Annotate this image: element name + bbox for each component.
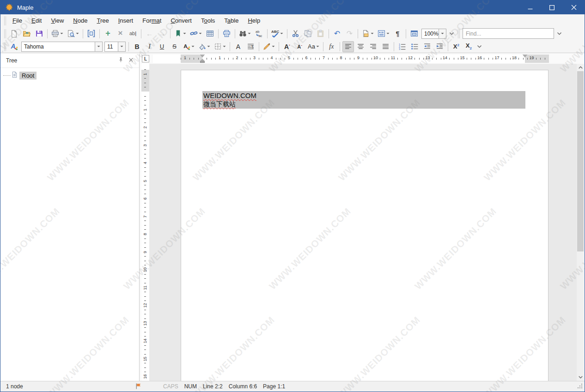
numbered-list-button[interactable]: 123 (396, 41, 408, 52)
replace-button[interactable]: abac (253, 28, 265, 39)
toolbar-separator (47, 29, 48, 38)
format-painter-button[interactable] (262, 41, 276, 52)
selected-text-block[interactable]: WEIDOWN.COM 微当下载站 (202, 91, 525, 109)
highlight-button[interactable] (197, 41, 212, 52)
undo-button[interactable]: ↶ (331, 28, 343, 39)
tree-node-root[interactable]: Root (3, 71, 139, 80)
rename-node-button[interactable]: ab| (127, 28, 139, 39)
vertical-ruler[interactable]: 112345678910111213141516 (141, 64, 149, 381)
tab-stop-selector[interactable]: L (142, 55, 149, 62)
new-from-template-button[interactable] (360, 28, 375, 39)
pin-panel-button[interactable] (118, 57, 124, 64)
add-node-button[interactable]: + (102, 28, 114, 39)
back-button[interactable]: ← (144, 28, 155, 39)
align-left-button[interactable] (342, 41, 354, 52)
menu-convert[interactable]: Convert (166, 15, 196, 26)
delete-node-button[interactable]: × (115, 28, 126, 39)
save-button[interactable] (33, 28, 45, 39)
font-name-combo[interactable]: Tahoma (21, 42, 103, 52)
document-line-1[interactable]: WEIDOWN.COM (203, 92, 524, 100)
shrink-font-button[interactable]: A- (294, 41, 305, 52)
toolbar-separator (287, 29, 287, 38)
change-case-button[interactable]: Aa (306, 41, 321, 52)
font-color-button[interactable]: A (181, 41, 196, 52)
align-right-button[interactable] (367, 41, 379, 52)
open-button[interactable] (21, 28, 32, 39)
menu-edit[interactable]: Edit (27, 15, 46, 26)
new-document-button[interactable] (8, 28, 20, 39)
insert-table-button[interactable] (204, 28, 216, 39)
formatting-marks-button[interactable]: ¶ (392, 28, 403, 39)
close-button[interactable] (563, 0, 585, 14)
menu-view[interactable]: View (46, 15, 68, 26)
quick-print-button[interactable] (221, 28, 232, 39)
import-node-button[interactable] (85, 28, 97, 39)
paste-button[interactable] (315, 28, 326, 39)
borders-button[interactable] (213, 41, 227, 52)
menu-tree[interactable]: Tree (92, 15, 113, 26)
maximize-button[interactable] (541, 0, 563, 14)
insert-formula-button[interactable]: fx (326, 41, 337, 52)
bookmark-button[interactable] (173, 28, 188, 39)
find-input[interactable] (463, 28, 554, 39)
align-justify-button[interactable] (380, 41, 391, 52)
toolbar-overflow-chevron[interactable] (449, 32, 454, 36)
menu-help[interactable]: Help (243, 15, 265, 26)
toolbar-separator (279, 42, 279, 51)
decrease-indent-button[interactable] (421, 41, 433, 52)
minimize-button[interactable] (519, 0, 541, 14)
format-overflow-chevron[interactable] (477, 45, 482, 49)
superscript-button[interactable]: X2 (451, 41, 462, 52)
find-options-chevron[interactable] (557, 32, 562, 36)
first-line-indent-marker[interactable] (200, 55, 205, 57)
bullet-list-button[interactable] (409, 41, 420, 52)
right-indent-marker[interactable] (523, 55, 527, 57)
copy-button[interactable] (302, 28, 314, 39)
menu-format[interactable]: Format (138, 15, 166, 26)
hyperlink-button[interactable] (189, 28, 203, 39)
spelling-button[interactable]: ABC (270, 28, 285, 39)
zoom-dialog-button[interactable] (408, 28, 420, 39)
redo-button[interactable]: ↷ (344, 28, 355, 39)
scroll-up-button[interactable] (577, 64, 584, 71)
grow-font-button[interactable]: A- (281, 41, 293, 52)
menu-insert[interactable]: Insert (114, 15, 138, 26)
menu-node[interactable]: Node (68, 15, 92, 26)
text-style-button[interactable]: A (232, 41, 244, 52)
print-button[interactable] (50, 28, 65, 39)
menu-table[interactable]: Table (219, 15, 243, 26)
italic-button[interactable]: I (144, 41, 155, 52)
close-panel-button[interactable] (128, 57, 134, 64)
font-dialog-button[interactable]: A (8, 41, 20, 52)
document-line-2[interactable]: 微当下载站 (203, 100, 524, 108)
underline-button[interactable]: U (156, 41, 168, 52)
subscript-button[interactable]: X2 (463, 41, 475, 52)
resize-grip[interactable] (578, 384, 583, 390)
vertical-scrollbar[interactable] (577, 64, 584, 381)
zoom-combo[interactable]: 100% (421, 29, 446, 39)
forward-button[interactable]: → (156, 28, 168, 39)
view-mode-button[interactable] (376, 28, 391, 39)
font-size-combo-arrow[interactable] (118, 42, 125, 51)
menu-file[interactable]: File (8, 15, 27, 26)
bold-button[interactable]: B (131, 41, 143, 52)
font-name-combo-arrow[interactable] (95, 42, 102, 51)
flag-icon[interactable] (135, 383, 142, 391)
increase-indent-button[interactable] (434, 41, 445, 52)
cut-button[interactable] (290, 28, 301, 39)
left-indent-marker[interactable] (200, 61, 205, 63)
zoom-combo-arrow[interactable] (439, 29, 446, 38)
document-node-icon (11, 71, 18, 80)
align-center-button[interactable] (355, 41, 366, 52)
menu-tools[interactable]: Tools (196, 15, 219, 26)
font-size-combo[interactable]: 11 (104, 42, 126, 52)
paragraph-dialog-button[interactable]: ¶ (245, 41, 256, 52)
find-button[interactable] (238, 28, 252, 39)
document-page[interactable]: WEIDOWN.COM 微当下载站 (181, 70, 548, 381)
print-preview-button[interactable] (66, 28, 80, 39)
scrollbar-thumb[interactable] (577, 71, 584, 251)
toolbar-separator (170, 29, 171, 38)
strikethrough-button[interactable]: S (169, 41, 180, 52)
horizontal-ruler[interactable]: 112345678910111213141516171819 (153, 55, 549, 63)
scroll-down-button[interactable] (577, 374, 584, 381)
